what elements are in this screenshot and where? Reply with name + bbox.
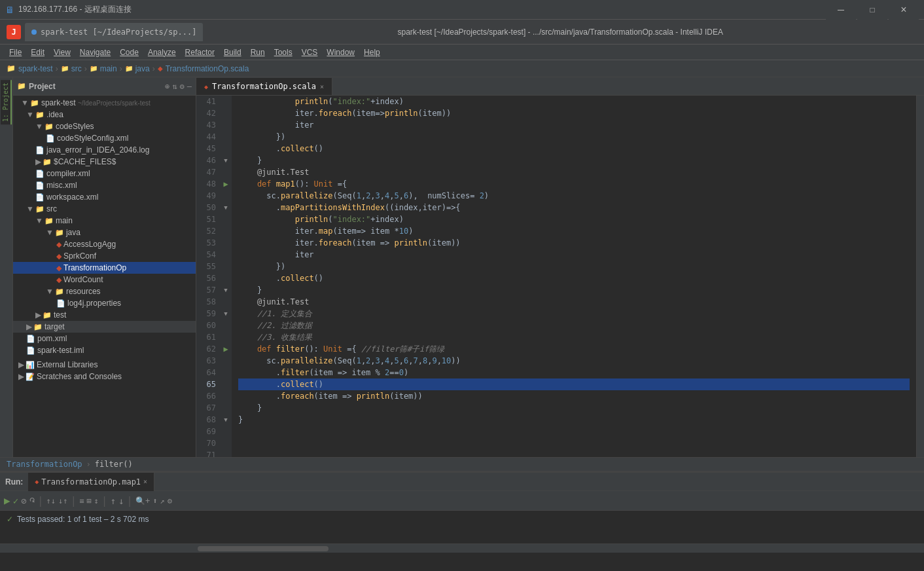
run-tab-close[interactable]: × xyxy=(143,478,147,485)
run-up-nav[interactable]: ↑ xyxy=(110,496,115,506)
tree-scratches[interactable]: ▶ 📝 Scratches and Consoles xyxy=(13,371,196,382)
editor-tab-active[interactable]: ◆ TransformationOp.scala × xyxy=(196,78,332,95)
root-arrow: ▼ xyxy=(21,98,29,107)
javaerror-icon: 📄 xyxy=(35,146,44,155)
compiler-label: compiler.xml xyxy=(46,169,90,178)
minimize-button[interactable]: ─ xyxy=(826,0,856,20)
run-check-button[interactable]: ✓ xyxy=(13,496,18,506)
run-toolbar: ▶ ✓ ⊘ ↻ | ↑↓ ↓↑ | ≡ ⊞ ↕ | ↑ ↓ | 🔍+ ⬆ ↗ ⚙ xyxy=(0,491,924,511)
tree-log4j[interactable]: 📄 log4j.properties xyxy=(13,297,196,309)
menu-item-edit[interactable]: Edit xyxy=(27,46,48,58)
tree-compiler[interactable]: 📄 compiler.xml xyxy=(13,168,196,179)
sidebar-scope-icon[interactable]: ⊕ xyxy=(165,82,169,91)
remote-icon: 🖥 xyxy=(5,5,14,15)
root-label: spark-test ~/IdeaProjects/spark-test xyxy=(41,98,151,107)
run-expand[interactable]: ↕ xyxy=(94,496,99,506)
menu-item-code[interactable]: Code xyxy=(116,46,143,58)
maximize-button[interactable]: □ xyxy=(857,0,887,20)
tree-main[interactable]: ▼ 📁 main xyxy=(13,215,196,227)
compiler-icon: 📄 xyxy=(35,170,44,178)
run-down-nav[interactable]: ↓ xyxy=(118,496,124,506)
run-sort-desc[interactable]: ↓↑ xyxy=(58,496,67,506)
bc-method-link[interactable]: filter() xyxy=(95,460,133,469)
app-tab[interactable]: spark-test [~/IdeaProjects/sp...] xyxy=(25,23,203,41)
run-sep2: | xyxy=(71,494,77,507)
sidebar-gear-icon[interactable]: ⚙ xyxy=(180,82,185,91)
tree-misc[interactable]: 📄 misc.xml xyxy=(13,179,196,191)
code-content[interactable]: println("index:"+index) iter.foreach(ite… xyxy=(232,96,916,457)
java-label: java xyxy=(66,228,80,237)
menu-item-vcs[interactable]: VCS xyxy=(298,46,322,58)
vertical-tab-project[interactable]: 1: Project xyxy=(1,80,12,124)
tree-target[interactable]: ▶ 📁 target xyxy=(13,321,196,333)
tree-codestyleconfig[interactable]: 📄 codeStyleConfig.xml xyxy=(13,132,196,144)
run-tabs-bar: Run: ◆ TransformationOp.map1 × xyxy=(0,473,924,491)
tree-sprkconf[interactable]: ◆ SprkConf xyxy=(13,250,196,262)
menu-item-file[interactable]: File xyxy=(5,46,26,58)
menu-item-run[interactable]: Run xyxy=(247,46,269,58)
tree-workspace[interactable]: 📄 workspace.xml xyxy=(13,191,196,203)
run-export[interactable]: ⬆ xyxy=(152,496,157,506)
menu-item-window[interactable]: Window xyxy=(323,46,359,58)
extlib-arrow: ▶ xyxy=(18,360,24,369)
bc-main[interactable]: main xyxy=(100,64,117,73)
tree-pom[interactable]: 📄 pom.xml xyxy=(13,333,196,344)
main-arrow: ▼ xyxy=(35,216,43,225)
menu-item-build[interactable]: Build xyxy=(220,46,245,58)
bc-java[interactable]: java xyxy=(135,64,150,73)
run-sort-asc[interactable]: ↑↓ xyxy=(46,496,56,506)
tree-transformationop[interactable]: ◆ TransformationOp xyxy=(13,262,196,274)
bottom-scrollbar[interactable] xyxy=(0,543,924,553)
tree-root[interactable]: ▼ 📁 spark-test ~/IdeaProjects/spark-test xyxy=(13,97,196,109)
sidebar-toggle-icon[interactable]: — xyxy=(187,82,192,91)
bc-file[interactable]: TransformationOp.scala xyxy=(166,64,249,73)
javaerror-label: java_error_in_IDEA_2046.log xyxy=(46,145,149,155)
tree-external-libraries[interactable]: ▶ 📊 External Libraries xyxy=(13,359,196,371)
tree-idea[interactable]: ▼ 📁 .idea xyxy=(13,109,196,120)
code-line-68: } xyxy=(238,402,910,414)
tree-iml[interactable]: 📄 spark-test.iml xyxy=(13,344,196,356)
scroll-thumb[interactable] xyxy=(198,546,329,551)
menu-item-view[interactable]: View xyxy=(50,46,75,58)
tree-wordcount[interactable]: ◆ WordCount xyxy=(13,274,196,286)
menu-item-help[interactable]: Help xyxy=(360,46,384,58)
close-button[interactable]: × xyxy=(889,0,919,20)
menu-item-refactor[interactable]: Refactor xyxy=(181,46,219,58)
iml-label: spark-test.iml xyxy=(37,346,84,355)
bc-project[interactable]: spark-test xyxy=(18,64,53,73)
menu-item-analyze[interactable]: Analyze xyxy=(144,46,180,58)
bc-file-icon: ◆ xyxy=(158,65,163,72)
code-editor[interactable]: 4142434445464748495051525354555657585960… xyxy=(196,96,924,457)
code-line-60: //2. 过滤数据 xyxy=(238,320,910,331)
run-status: ✓ Tests passed: 1 of 1 test – 2 s 702 ms xyxy=(0,511,924,528)
tree-cachefiles[interactable]: ▶ 📁 $CACHE_FILES$ xyxy=(13,156,196,168)
tree-test[interactable]: ▶ 📁 test xyxy=(13,309,196,321)
bc-src[interactable]: src xyxy=(71,64,82,73)
run-tree-view[interactable]: ⊞ xyxy=(86,496,91,506)
menu-item-navigate[interactable]: Navigate xyxy=(76,46,115,58)
run-rerun-button[interactable]: ↻ xyxy=(29,496,35,506)
run-list-view[interactable]: ≡ xyxy=(79,496,84,506)
right-scrollbar[interactable] xyxy=(916,96,924,457)
tree-codestyles[interactable]: ▼ 📁 codeStyles xyxy=(13,120,196,132)
run-icon-62[interactable]: ▶ xyxy=(223,343,228,355)
sidebar-scroll-icon[interactable]: ⇅ xyxy=(172,82,177,91)
run-sep4: | xyxy=(126,494,133,507)
run-play-button[interactable]: ▶ xyxy=(4,494,10,507)
run-open-external[interactable]: ↗ xyxy=(160,496,164,506)
run-stop-button[interactable]: ⊘ xyxy=(21,496,26,506)
tab-close-icon[interactable]: × xyxy=(320,83,324,90)
run-settings-button[interactable]: ⚙ xyxy=(168,496,172,506)
tree-java[interactable]: ▼ 📁 java xyxy=(13,227,196,238)
tree-resources[interactable]: ▼ 📁 resources xyxy=(13,286,196,297)
menu-item-tools[interactable]: Tools xyxy=(270,46,296,58)
src-arrow: ▼ xyxy=(26,204,34,213)
target-icon: 📁 xyxy=(33,323,43,331)
run-zoom-in[interactable]: 🔍+ xyxy=(135,496,150,506)
run-icon-48[interactable]: ▶ xyxy=(223,178,228,190)
tree-src[interactable]: ▼ 📁 src xyxy=(13,203,196,215)
bc-class-link[interactable]: TransformationOp xyxy=(7,460,82,469)
run-tab[interactable]: ◆ TransformationOp.map1 × xyxy=(28,473,154,491)
tree-javaerror[interactable]: 📄 java_error_in_IDEA_2046.log xyxy=(13,144,196,156)
tree-accesslogagg[interactable]: ◆ AccessLogAgg xyxy=(13,238,196,250)
